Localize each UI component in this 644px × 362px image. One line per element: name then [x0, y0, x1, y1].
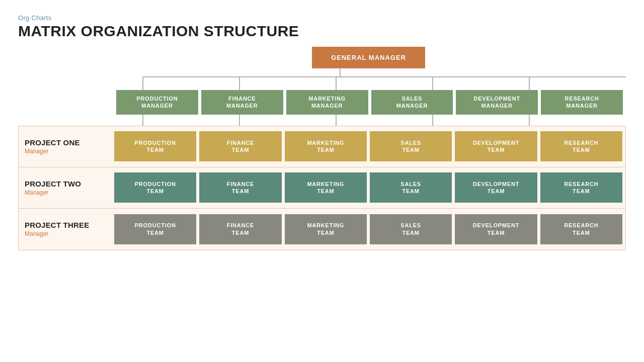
team-p3-finance: FINANCETEAM	[199, 214, 281, 244]
team-p2-marketing: MARKETINGTEAM	[285, 172, 367, 203]
team-p3-production: PRODUCTIONTEAM	[114, 214, 196, 244]
team-p2-research: RESEARCHTEAM	[540, 172, 622, 203]
project-one-teams: PRODUCTIONTEAM FINANCETEAM MARKETINGTEAM…	[114, 126, 625, 167]
team-p3-marketing: MARKETINGTEAM	[285, 214, 367, 244]
page: Org Charts MATRIX ORGANIZATION STRUCTURE…	[0, 0, 644, 362]
project-two-teams: PRODUCTIONTEAM FINANCETEAM MARKETINGTEAM…	[114, 167, 625, 208]
manager-marketing: MARKETINGMANAGER	[286, 90, 368, 115]
project-one-label: PROJECT ONE Manager	[19, 126, 114, 167]
project-two-manager: Manager	[25, 189, 106, 196]
project-three-name: PROJECT THREE	[25, 221, 106, 229]
page-title: MATRIX ORGANIZATION STRUCTURE	[18, 23, 626, 40]
project-one-name: PROJECT ONE	[25, 138, 106, 147]
team-p3-research: RESEARCHTEAM	[540, 214, 622, 244]
project-row-three: PROJECT THREE Manager PRODUCTIONTEAM FIN…	[19, 209, 625, 250]
gm-box: GENERAL MANAGER	[312, 47, 425, 68]
team-p1-development: DEVELOPMENTTEAM	[455, 131, 537, 161]
team-p1-marketing: MARKETINGTEAM	[285, 131, 367, 161]
org-chart: GENERAL MANAGER PRODUCTIONMANAGER	[18, 47, 626, 250]
project-three-manager: Manager	[25, 230, 106, 237]
project-row-two: PROJECT TWO Manager PRODUCTIONTEAM FINAN…	[19, 167, 625, 209]
team-p2-finance: FINANCETEAM	[199, 172, 281, 203]
project-two-label: PROJECT TWO Manager	[19, 167, 114, 208]
project-row-one: PROJECT ONE Manager PRODUCTIONTEAM FINAN…	[19, 126, 625, 167]
team-p1-research: RESEARCHTEAM	[540, 131, 622, 161]
connector-svg	[18, 68, 626, 90]
team-p1-production: PRODUCTIONTEAM	[114, 131, 196, 161]
project-three-teams: PRODUCTIONTEAM FINANCETEAM MARKETINGTEAM…	[114, 209, 625, 250]
manager-sales: SALESMANAGER	[371, 90, 453, 115]
team-p3-sales: SALESTEAM	[370, 214, 452, 244]
team-p2-development: DEVELOPMENTTEAM	[455, 172, 537, 203]
managers-row: PRODUCTIONMANAGER FINANCEMANAGER MARKETI…	[18, 90, 626, 115]
team-p2-sales: SALESTEAM	[370, 172, 452, 203]
team-p1-finance: FINANCETEAM	[199, 131, 281, 161]
project-three-label: PROJECT THREE Manager	[19, 209, 114, 250]
team-p1-sales: SALESTEAM	[370, 131, 452, 161]
connector2-svg	[18, 115, 626, 126]
manager-development: DEVELOPMENTMANAGER	[456, 90, 538, 115]
gm-label: GENERAL MANAGER	[331, 54, 406, 61]
manager-production: PRODUCTIONMANAGER	[116, 90, 198, 115]
projects-area: PROJECT ONE Manager PRODUCTIONTEAM FINAN…	[18, 126, 626, 250]
project-one-manager: Manager	[25, 148, 106, 155]
team-p2-production: PRODUCTIONTEAM	[114, 172, 196, 203]
subtitle: Org Charts	[18, 14, 626, 22]
manager-research: RESEARCHMANAGER	[541, 90, 623, 115]
manager-finance: FINANCEMANAGER	[201, 90, 283, 115]
project-two-name: PROJECT TWO	[25, 179, 106, 188]
team-p3-development: DEVELOPMENTTEAM	[455, 214, 537, 244]
